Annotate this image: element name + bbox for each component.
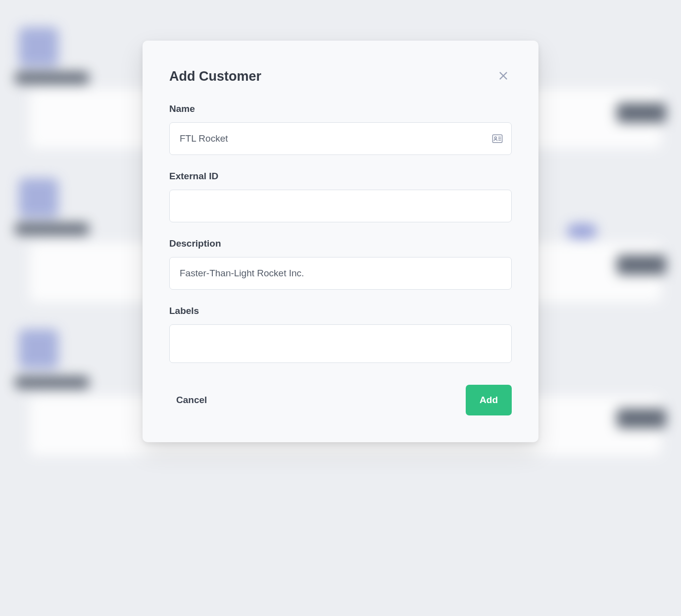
svg-point-3 bbox=[494, 137, 496, 139]
description-input[interactable] bbox=[169, 257, 512, 290]
description-field-group: Description bbox=[169, 238, 512, 290]
labels-input[interactable] bbox=[169, 324, 512, 363]
labels-field-group: Labels bbox=[169, 306, 512, 363]
modal-overlay: Add Customer Name bbox=[0, 0, 681, 616]
name-field-group: Name bbox=[169, 103, 512, 155]
add-button[interactable]: Add bbox=[466, 385, 512, 415]
external-id-input[interactable] bbox=[169, 190, 512, 222]
close-button[interactable] bbox=[495, 67, 512, 86]
labels-label: Labels bbox=[169, 306, 512, 316]
name-input-wrapper bbox=[169, 122, 512, 155]
add-customer-modal: Add Customer Name bbox=[143, 41, 538, 442]
description-input-wrapper bbox=[169, 257, 512, 290]
close-icon bbox=[498, 70, 509, 83]
description-label: Description bbox=[169, 238, 512, 249]
name-input[interactable] bbox=[169, 122, 512, 155]
external-id-label: External ID bbox=[169, 171, 512, 182]
modal-header: Add Customer bbox=[169, 67, 512, 86]
external-id-input-wrapper bbox=[169, 190, 512, 222]
cancel-button[interactable]: Cancel bbox=[169, 388, 214, 412]
name-label: Name bbox=[169, 103, 512, 114]
modal-title: Add Customer bbox=[169, 69, 261, 84]
external-id-field-group: External ID bbox=[169, 171, 512, 222]
modal-footer: Cancel Add bbox=[169, 385, 512, 415]
contact-card-icon bbox=[492, 134, 503, 144]
